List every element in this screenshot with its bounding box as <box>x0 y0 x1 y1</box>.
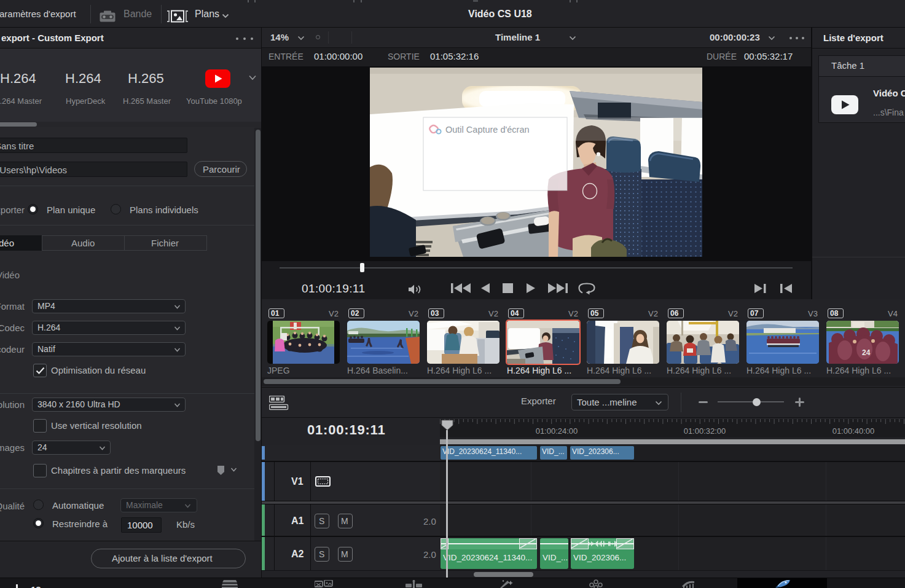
svg-text:24: 24 <box>862 348 871 357</box>
svg-text:01:00:32:00: 01:00:32:00 <box>684 426 726 436</box>
svg-text:Outil Capture d'écran: Outil Capture d'écran <box>445 125 530 135</box>
svg-text:01:00:40:00: 01:00:40:00 <box>833 426 875 436</box>
svg-text:01:00:24:00: 01:00:24:00 <box>536 426 578 436</box>
